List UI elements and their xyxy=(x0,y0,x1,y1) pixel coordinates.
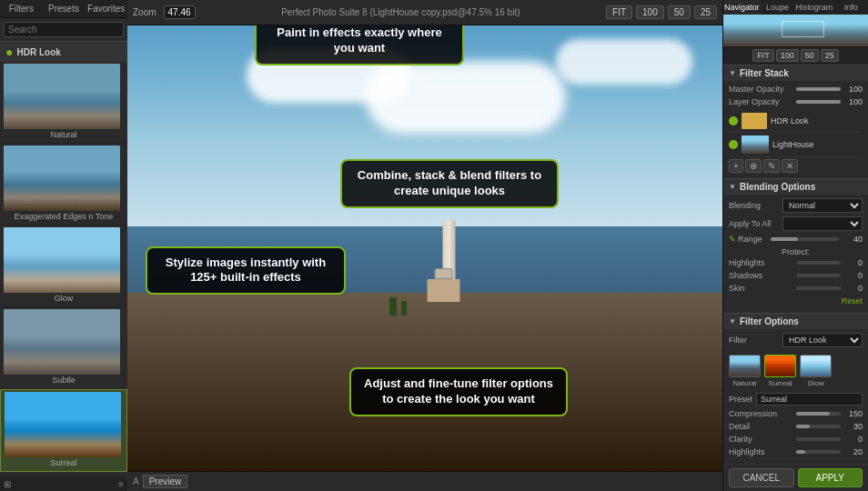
preset-glow[interactable]: Glow xyxy=(800,355,832,387)
fit-button[interactable]: FIT xyxy=(606,5,632,19)
nav-25-btn[interactable]: 25 xyxy=(821,49,839,62)
zoom-100-button[interactable]: 100 xyxy=(636,5,664,19)
list-item[interactable]: Surreal xyxy=(0,389,127,472)
preset-select-value: Surreal xyxy=(756,393,863,406)
clarity-label: Clarity xyxy=(729,435,792,444)
filter-options-label: Filter Options xyxy=(740,316,799,326)
tab-navigator[interactable]: Navigator xyxy=(723,0,761,15)
tab-favorites[interactable]: Favorites xyxy=(85,0,127,17)
main-area: Zoom 47.46 Perfect Photo Suite 8 (LightH… xyxy=(127,0,722,491)
nav-100-btn[interactable]: 100 xyxy=(776,49,799,62)
filter-stack-content: Master Opacity 100 Layer Opacity 100 HDR… xyxy=(723,81,868,178)
shadows-value: 0 xyxy=(844,271,863,280)
skin-value: 0 xyxy=(844,284,863,293)
nav-50-btn[interactable]: 50 xyxy=(801,49,819,62)
list-icon[interactable]: ≡ xyxy=(118,479,124,489)
visibility-toggle-hdr[interactable] xyxy=(729,116,738,125)
tab-histogram[interactable]: Histogram xyxy=(794,0,833,15)
group-dot: ● xyxy=(5,45,13,59)
filter-options-arrow: ▼ xyxy=(729,317,736,326)
tab-presets[interactable]: Presets xyxy=(43,0,86,17)
range-icon: ✎ xyxy=(729,235,736,244)
layer-opacity-value: 100 xyxy=(844,97,863,106)
list-item[interactable]: Exaggerated Edges n Tone xyxy=(0,144,127,225)
tab-loupe[interactable]: Loupe xyxy=(761,0,795,15)
grid-icon[interactable]: ⊞ xyxy=(4,479,11,489)
filter-stack-header[interactable]: ▼ Filter Stack xyxy=(723,65,868,81)
color-swatch-hdr xyxy=(742,113,767,129)
visibility-toggle-lighthouse[interactable] xyxy=(729,140,738,149)
thumbnail-image xyxy=(4,64,120,129)
group-name: HDR Look xyxy=(16,47,60,57)
filter-presets: Natural Surreal Glow xyxy=(729,351,863,391)
zoom-25-button[interactable]: 25 xyxy=(694,5,717,19)
tab-filters[interactable]: Filters xyxy=(0,0,43,17)
search-input[interactable] xyxy=(4,22,124,37)
preset-natural[interactable]: Natural xyxy=(729,355,761,387)
preset-label-glow: Glow xyxy=(807,379,823,387)
thumb-label: Subtle xyxy=(4,375,124,386)
edit-filter-btn[interactable]: ✎ xyxy=(763,159,780,173)
protect-label: Protect: xyxy=(729,247,863,256)
thumb-label: Glow xyxy=(4,293,124,305)
highlights-track[interactable] xyxy=(796,261,841,265)
blending-arrow: ▼ xyxy=(729,183,736,191)
list-item[interactable]: Subtle xyxy=(0,307,127,389)
apply-button[interactable]: APPLY xyxy=(798,468,863,487)
thumb-scene xyxy=(4,64,120,129)
clarity-row: Clarity 0 xyxy=(729,435,863,444)
main-toolbar: Zoom 47.46 Perfect Photo Suite 8 (LightH… xyxy=(127,0,722,25)
apply-to-all-select[interactable] xyxy=(782,216,863,231)
shadows-track[interactable] xyxy=(796,274,841,277)
blending-options-header[interactable]: ▼ Blending Options xyxy=(723,178,868,195)
list-item[interactable]: Natural xyxy=(0,62,127,144)
shadows-row: Shadows 0 xyxy=(729,271,863,280)
master-opacity-value: 100 xyxy=(844,85,863,94)
compression-track[interactable] xyxy=(796,412,841,416)
thumb-scene xyxy=(4,145,120,211)
filter-name-lighthouse: LightHouse xyxy=(772,140,863,149)
zoom-label: Zoom xyxy=(133,7,156,17)
right-panel: Navigator Loupe Histogram Info FIT 100 5… xyxy=(722,0,868,491)
preset-select-row: Preset Surreal xyxy=(729,391,863,409)
reset-label[interactable]: Reset xyxy=(729,296,863,306)
layer-opacity-track[interactable] xyxy=(796,100,841,104)
fo-highlights-track[interactable] xyxy=(796,450,841,454)
preview-button[interactable]: Preview xyxy=(143,475,188,488)
delete-filter-btn[interactable]: ✕ xyxy=(782,159,798,173)
nav-viewport-box xyxy=(782,21,825,37)
master-opacity-track[interactable] xyxy=(796,87,841,91)
filter-action-row: + ⊕ ✎ ✕ xyxy=(729,157,863,175)
preset-label-surreal: Surreal xyxy=(769,379,792,387)
range-value: 40 xyxy=(844,235,863,244)
blending-mode-select[interactable]: Normal xyxy=(782,198,863,213)
nav-fit-btn[interactable]: FIT xyxy=(752,49,774,62)
preset-thumb-glow xyxy=(800,355,832,377)
filter-type-select[interactable]: HDR Look xyxy=(782,333,863,347)
layer-opacity-fill xyxy=(796,100,841,104)
filter-options-header[interactable]: ▼ Filter Options xyxy=(723,313,868,329)
thumb-scene xyxy=(4,227,120,293)
skin-track[interactable] xyxy=(796,286,841,290)
preset-label-natural: Natural xyxy=(733,379,757,387)
lighthouse xyxy=(438,220,460,302)
tab-info[interactable]: Info xyxy=(833,0,868,15)
list-item[interactable]: Glow xyxy=(0,225,127,307)
range-row: ✎ Range 40 xyxy=(729,235,863,244)
thumbnail-image xyxy=(4,309,120,375)
callout-middle-right: Combine, stack & blend filters to create… xyxy=(340,159,559,208)
range-track[interactable] xyxy=(771,237,839,241)
preset-surreal[interactable]: Surreal xyxy=(764,355,796,387)
thumbnail-image xyxy=(5,392,121,457)
cancel-button[interactable]: CANCEL xyxy=(729,468,794,487)
zoom-50-button[interactable]: 50 xyxy=(668,5,691,19)
compression-fill xyxy=(796,412,830,416)
toolbar-right: FIT 100 50 25 xyxy=(606,5,717,19)
add-filter-btn[interactable]: + xyxy=(729,159,743,173)
clarity-track[interactable] xyxy=(796,437,841,441)
detail-track[interactable] xyxy=(796,425,841,428)
app-title: Perfect Photo Suite 8 (LightHouse copy.p… xyxy=(203,7,599,17)
copy-filter-btn[interactable]: ⊕ xyxy=(745,159,762,173)
cloud-2 xyxy=(366,61,566,134)
layer-opacity-label: Layer Opacity xyxy=(729,97,792,106)
